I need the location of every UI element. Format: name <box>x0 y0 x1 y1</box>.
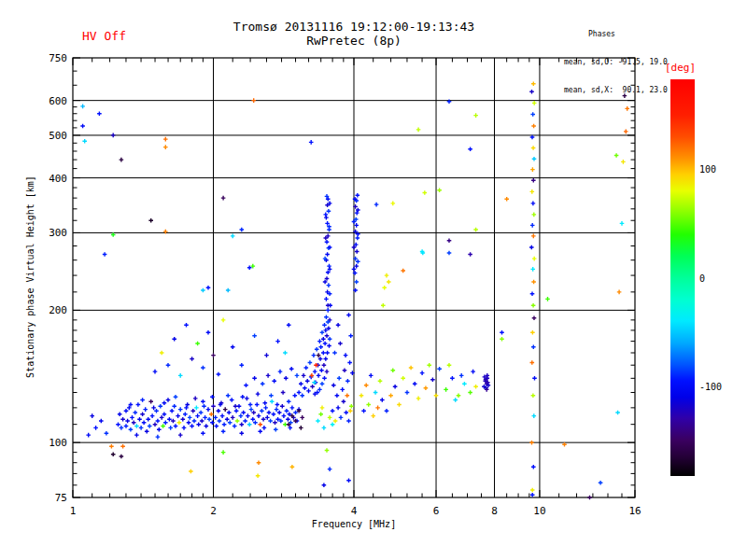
data-point <box>623 93 627 98</box>
data-point <box>251 98 256 103</box>
data-point <box>201 366 205 371</box>
data-point <box>310 385 315 389</box>
data-point <box>125 419 130 424</box>
data-point <box>204 424 209 428</box>
data-point <box>274 427 278 432</box>
data-point <box>354 264 359 269</box>
data-point <box>190 357 194 361</box>
data-point <box>401 269 405 273</box>
data-point <box>346 419 351 424</box>
data-point <box>380 398 385 402</box>
data-point <box>230 398 234 402</box>
data-point <box>256 474 261 479</box>
data-point <box>203 415 207 420</box>
data-point <box>304 366 309 371</box>
data-point <box>332 351 337 356</box>
data-point <box>206 286 211 290</box>
data-point <box>530 189 535 194</box>
data-point <box>316 419 320 424</box>
data-point <box>193 397 198 401</box>
data-point <box>331 409 335 413</box>
x-tick-label: 4 <box>351 505 358 517</box>
data-point <box>210 421 215 426</box>
data-point <box>416 128 421 133</box>
data-point <box>325 333 330 338</box>
data-point <box>166 363 171 368</box>
y-axis-title: Stationary phase Virtual Height [km] <box>25 57 35 497</box>
data-point <box>531 465 536 469</box>
data-point <box>178 407 183 412</box>
data-point <box>160 351 164 356</box>
y-tick-label: 600 <box>49 95 67 107</box>
data-point <box>154 409 159 413</box>
data-point <box>284 376 289 381</box>
data-point <box>624 130 628 134</box>
data-point <box>253 421 258 426</box>
data-point <box>319 368 324 372</box>
data-point <box>545 297 550 301</box>
data-point <box>261 382 265 386</box>
data-point <box>295 373 300 378</box>
data-point <box>366 402 371 407</box>
data-point <box>221 429 226 434</box>
data-point <box>194 406 199 411</box>
y-tick-label: 100 <box>49 437 67 449</box>
data-point <box>337 376 342 381</box>
data-point <box>183 413 188 417</box>
data-point <box>105 431 109 436</box>
data-point <box>156 419 161 424</box>
data-point <box>305 379 310 384</box>
data-point <box>391 202 396 206</box>
data-point <box>320 382 325 386</box>
data-point <box>371 413 375 418</box>
data-point <box>385 273 389 278</box>
colorbar-tick-label: -100 <box>699 381 722 391</box>
data-point <box>256 392 261 397</box>
data-point <box>599 481 603 485</box>
data-point <box>213 415 218 420</box>
data-point <box>124 424 129 428</box>
data-point <box>136 402 141 407</box>
data-point <box>325 370 330 374</box>
data-point <box>233 404 238 409</box>
data-point <box>328 415 332 420</box>
data-point <box>221 318 226 323</box>
y-tick-label: 300 <box>49 227 67 239</box>
data-point <box>387 280 391 285</box>
data-point <box>286 417 290 422</box>
data-point <box>235 419 240 424</box>
data-point <box>111 133 116 138</box>
data-point <box>346 478 351 483</box>
data-point <box>249 407 254 412</box>
data-point <box>430 378 435 383</box>
data-point <box>148 218 153 223</box>
data-point <box>252 376 257 381</box>
data-point <box>293 393 298 398</box>
data-point <box>140 398 145 402</box>
data-point <box>530 223 535 228</box>
data-point <box>80 124 85 129</box>
data-point <box>163 421 168 426</box>
data-point <box>261 417 266 422</box>
data-point <box>210 395 215 399</box>
data-point <box>504 197 509 202</box>
data-point <box>530 112 535 117</box>
data-point <box>531 81 536 86</box>
data-point <box>201 399 205 404</box>
data-point <box>206 407 211 412</box>
data-point <box>617 290 622 295</box>
data-point <box>163 145 168 149</box>
data-point <box>615 411 620 415</box>
data-point <box>258 429 262 434</box>
data-point <box>450 376 455 381</box>
data-point <box>620 221 625 226</box>
data-point <box>531 344 536 349</box>
data-point <box>333 419 338 424</box>
data-point <box>161 424 165 428</box>
x-tick-label: 8 <box>491 505 498 517</box>
data-point <box>381 303 386 308</box>
data-point <box>226 288 231 293</box>
data-point <box>162 413 167 417</box>
data-point <box>375 406 380 411</box>
data-point <box>322 323 327 328</box>
